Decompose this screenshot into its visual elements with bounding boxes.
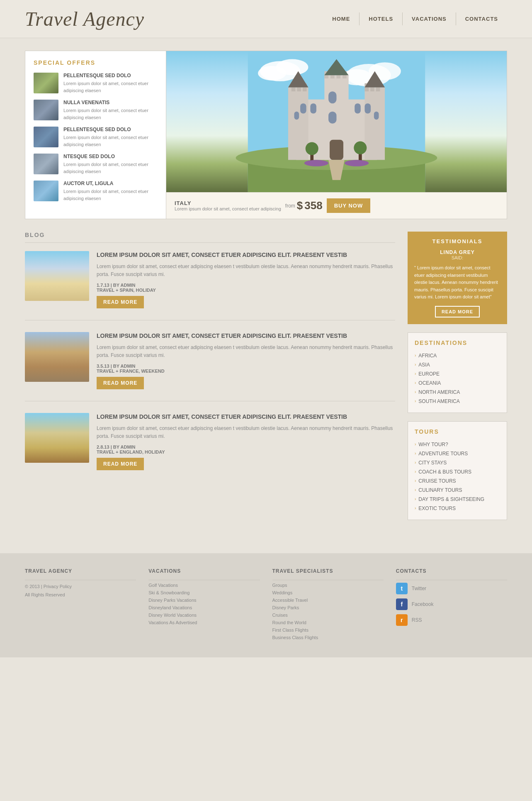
svg-rect-28 [300,103,306,113]
blog-post-title: LOREM IPSUM DOLOR SIT AMET, CONSECT ETUE… [97,251,395,259]
tour-item[interactable]: ›DAY TRIPS & SIGHTSEEING [415,495,500,504]
tour-item[interactable]: ›COACH & BUS TOURS [415,467,500,476]
read-more-button[interactable]: READ MORE [97,377,144,389]
price-value: 358 [304,199,322,212]
offer-thumbnail [34,100,58,120]
rss-social-item[interactable]: r RSS [396,614,507,626]
footer-divider [272,580,384,580]
footer-vacation-link[interactable]: Disney World Vacations [148,613,260,618]
destination-item[interactable]: ›NORTH AMERICA [415,388,500,397]
special-offers-title: SPECIAL OFFERS [34,59,158,66]
nav-contacts[interactable]: CONTACTS [456,12,507,25]
read-more-button[interactable]: READ MORE [97,296,144,308]
offer-thumbnail [34,181,58,201]
footer-col-contacts: CONTACTS t Twitter f Facebook r RSS [396,568,507,642]
offer-text: AUCTOR UT, LIGULA Lorem ipsum dolor sit … [63,181,158,202]
nav-hotels[interactable]: HOTELS [359,12,402,25]
footer-specialist-link[interactable]: Accessible Travel [272,598,384,603]
footer-specialist-link[interactable]: First Class Flights [272,628,384,632]
blog-section-title: BLOG [25,232,395,243]
footer-vacation-link[interactable]: Disneyland Vacations [148,605,260,610]
tour-item[interactable]: ›CITY STAYS [415,458,500,467]
offer-title: NTESQUE SED DOLO [63,154,158,159]
footer-col-vacations: VACATIONS Golf Vacations Ski & Snowboard… [148,568,260,642]
blog-thumbnail [25,413,89,463]
footer-specialist-link[interactable]: Round the World [272,620,384,625]
arrow-icon: › [415,353,416,358]
tour-item[interactable]: ›CULINARY TOURS [415,486,500,495]
rss-label: RSS [412,617,422,623]
destination-item[interactable]: ›EUROPE [415,369,500,379]
offer-item[interactable]: PELLENTESQUE SED DOLO Lorem ipsum dolor … [34,127,158,148]
offer-thumbnail [34,154,58,174]
tour-item[interactable]: ›CRUISE TOURS [415,476,500,486]
tour-item[interactable]: ›WHY TOUR? [415,440,500,449]
blog-content: LOREM IPSUM DOLOR SIT AMET, CONSECT ETUE… [97,251,395,308]
blog-item: LOREM IPSUM DOLOR SIT AMET, CONSECT ETUE… [25,332,395,401]
blog-item: LOREM IPSUM DOLOR SIT AMET, CONSECT ETUE… [25,413,395,482]
main-nav: HOME HOTELS VACATIONS CONTACTS [323,12,507,25]
offer-title: PELLENTESQUE SED DOLO [63,127,158,132]
read-more-button[interactable]: READ MORE [97,458,144,470]
footer-rights: All Rights Reserved [25,591,136,599]
offer-text: PELLENTESQUE SED DOLO Lorem ipsum dolor … [63,127,158,148]
privacy-policy-link[interactable]: Privacy Policy [44,584,72,589]
offer-title: NULLA VENENATIS [63,100,158,105]
destination-item[interactable]: ›OCEANIA [415,379,500,388]
twitter-social-item[interactable]: t Twitter [396,583,507,594]
featured-offer: ITALY Lorem ipsum dolor sit amet, consec… [166,51,507,219]
footer-copyright: © 2013 | Privacy Policy [25,583,136,591]
footer-vacation-link[interactable]: Ski & Snowboarding [148,590,260,595]
destination-item[interactable]: ›SOUTH AMERICA [415,397,500,406]
arrow-icon: › [415,460,416,465]
header: Travel Agency HOME HOTELS VACATIONS CONT… [0,0,532,38]
tour-item[interactable]: ›EXOTIC TOURS [415,504,500,513]
destinations-title: DESTINATIONS [415,339,500,346]
rss-icon: r [396,614,408,626]
offer-item[interactable]: NULLA VENENATIS Lorem ipsum dolor sit am… [34,100,158,121]
blog-excerpt: Lorem ipsum dolor sit amet, consect etue… [97,425,395,440]
buy-now-button[interactable]: BUY NOW [327,198,371,213]
destination-item[interactable]: ›ASIA [415,360,500,369]
featured-info: ITALY Lorem ipsum dolor sit amet, consec… [175,200,281,211]
offer-item[interactable]: AUCTOR UT, LIGULA Lorem ipsum dolor sit … [34,181,158,202]
blog-meta: 2.8.13 | BY ADMINTRAVEL + ENGLAND, HOLID… [97,444,395,454]
footer-specialist-link[interactable]: Business Class Flights [272,635,384,640]
blog-excerpt: Lorem ipsum dolor sit amet, consect etue… [97,344,395,359]
footer-specialist-link[interactable]: Cruises [272,613,384,618]
footer-specialist-link[interactable]: Disney Parks [272,605,384,610]
tours-title: TOURS [415,428,500,435]
tour-item[interactable]: ›ADVENTURE TOURS [415,449,500,458]
nav-vacations[interactable]: VACATIONS [402,12,456,25]
footer-vacations-title: VACATIONS [148,568,260,574]
arrow-icon: › [415,479,416,483]
blog-meta: 1.7.13 | BY ADMINTRAVEL + SPAIN, HOLIDAY [97,283,395,293]
footer-vacation-link[interactable]: Vacations As Advertised [148,620,260,625]
svg-rect-33 [374,112,379,120]
svg-rect-27 [328,112,336,124]
copyright-year: © 2013 [25,584,40,589]
svg-point-39 [304,160,328,166]
testimonial-said: SAID: [414,255,500,260]
featured-image [166,51,507,192]
offer-desc: Lorem ipsum dolor sit amet, consect etue… [63,80,158,94]
blog-thumbnail [25,332,89,382]
arrow-icon: › [415,469,416,474]
svg-rect-26 [328,91,336,103]
facebook-label: Facebook [412,601,434,607]
facebook-social-item[interactable]: f Facebook [396,598,507,610]
arrow-icon: › [415,506,416,510]
footer-vacation-link[interactable]: Golf Vacations [148,583,260,588]
offer-item[interactable]: NTESQUE SED DOLO Lorem ipsum dolor sit a… [34,154,158,175]
footer-divider [148,580,260,580]
svg-rect-31 [365,103,371,113]
tours-list: ›WHY TOUR? ›ADVENTURE TOURS ›CITY STAYS … [415,440,500,513]
footer-specialist-link[interactable]: Groups [272,583,384,588]
nav-home[interactable]: HOME [323,12,359,25]
footer-vacation-link[interactable]: Disney Parks Vacations [148,598,260,603]
testimonial-read-more-button[interactable]: READ MORE [435,306,480,317]
destination-item[interactable]: ›AFRICA [415,351,500,360]
offer-desc: Lorem ipsum dolor sit amet, consect etue… [63,161,158,175]
footer-specialist-link[interactable]: Weddings [272,590,384,595]
offer-item[interactable]: PELLENTESQUE SED DOLO Lorem ipsum dolor … [34,73,158,94]
